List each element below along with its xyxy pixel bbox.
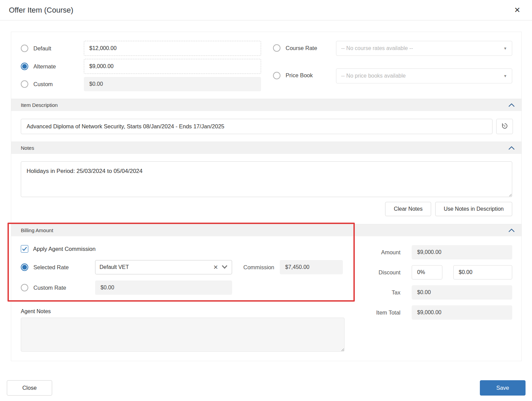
radio-custom-rate-label: Custom Rate [33, 285, 66, 291]
selected-rate-select[interactable]: Default VET ✕ [95, 260, 232, 274]
radio-custom-label: Custom [33, 81, 53, 87]
offer-item-panel: Default Alternate Custom Course Rate -- … [11, 32, 522, 361]
chevron-down-icon: ▼ [503, 46, 507, 50]
notes-header: Notes [11, 142, 521, 154]
clear-selection-icon[interactable]: ✕ [213, 264, 218, 271]
amount-input [412, 245, 512, 259]
radio-custom-rate-icon[interactable] [21, 284, 28, 291]
course-rate-select[interactable]: -- No course rates available -- ▼ [336, 41, 512, 56]
totals-column: Amount Discount Tax Item Total [355, 236, 521, 361]
billing-left-column: Apply Agent Commission Selected Rate Def… [11, 236, 355, 361]
pricing-section: Default Alternate Custom Course Rate -- … [11, 32, 521, 99]
selected-rate-value: Default VET [100, 264, 129, 270]
notes-buttons: Clear Notes Use Notes in Description [21, 202, 512, 216]
chevron-down-icon: ▼ [503, 74, 507, 78]
commission-label: Commission [243, 264, 274, 271]
page-title: Offer Item (Course) [9, 6, 73, 15]
discount-percent-input[interactable] [412, 265, 442, 279]
radio-selected-rate[interactable]: Selected Rate [21, 263, 95, 271]
dialog-header: Offer Item (Course) ✕ [0, 0, 532, 20]
dialog-footer: Close Save [0, 361, 532, 396]
item-total-label: Item Total [355, 309, 412, 316]
clear-notes-button[interactable]: Clear Notes [385, 202, 431, 216]
billing-amount-header: Billing Amount [11, 224, 521, 236]
alternate-price-input[interactable] [84, 59, 261, 74]
notes-textarea[interactable]: Holidays in Period: 25/03/2024 to 05/04/… [21, 161, 512, 197]
radio-course-rate-label: Course Rate [286, 45, 317, 51]
radio-custom-icon[interactable] [21, 80, 28, 88]
collapse-chevron-icon[interactable] [508, 103, 515, 107]
item-description-title: Item Description [21, 102, 58, 108]
tax-input [412, 285, 512, 300]
radio-alternate-icon[interactable] [21, 63, 28, 70]
commission-input [280, 260, 343, 274]
price-options: Default Alternate Custom [21, 41, 261, 91]
billing-amount-title: Billing Amount [21, 227, 53, 233]
radio-default[interactable]: Default [21, 45, 84, 52]
radio-price-book-label: Price Book [286, 72, 313, 79]
custom-rate-input [95, 280, 232, 295]
radio-custom-rate[interactable]: Custom Rate [21, 284, 95, 291]
rate-grid: Selected Rate Default VET ✕ Commission [21, 260, 355, 295]
default-price-input[interactable] [84, 41, 261, 56]
collapse-chevron-icon[interactable] [508, 146, 515, 150]
use-notes-in-description-button[interactable]: Use Notes in Description [435, 202, 512, 216]
tax-label: Tax [355, 289, 412, 296]
radio-selected-rate-label: Selected Rate [33, 264, 69, 271]
item-total-input [412, 305, 512, 320]
notes-body: Holidays in Period: 25/03/2024 to 05/04/… [11, 154, 521, 224]
agent-notes-section: Agent Notes [21, 308, 355, 353]
radio-custom[interactable]: Custom [21, 80, 84, 88]
radio-price-book[interactable]: Price Book [273, 72, 336, 79]
history-icon [501, 122, 508, 131]
check-icon [22, 247, 27, 251]
discount-amount-input[interactable] [453, 265, 512, 279]
agent-notes-textarea[interactable] [21, 318, 345, 352]
radio-course-rate[interactable]: Course Rate [273, 44, 336, 52]
item-description-body [11, 111, 521, 142]
amount-label: Amount [355, 249, 412, 256]
discount-cell [412, 265, 512, 279]
close-icon[interactable]: ✕ [512, 5, 522, 15]
radio-default-icon[interactable] [21, 45, 28, 52]
agent-notes-label: Agent Notes [21, 308, 355, 315]
apply-agent-commission-checkbox[interactable] [21, 245, 28, 253]
notes-title: Notes [21, 145, 34, 151]
apply-agent-commission-row[interactable]: Apply Agent Commission [21, 245, 355, 253]
course-rate-placeholder: -- No course rates available -- [341, 45, 413, 51]
save-button[interactable]: Save [480, 380, 526, 396]
billing-body: Apply Agent Commission Selected Rate Def… [11, 236, 521, 361]
collapse-chevron-icon[interactable] [508, 229, 515, 232]
radio-price-book-icon[interactable] [273, 72, 280, 79]
radio-alternate-label: Alternate [33, 63, 56, 70]
apply-agent-commission-label: Apply Agent Commission [33, 246, 95, 252]
close-button[interactable]: Close [7, 380, 52, 396]
radio-course-rate-icon[interactable] [273, 44, 280, 52]
radio-selected-rate-icon[interactable] [21, 263, 28, 271]
rate-book-options: Course Rate -- No course rates available… [273, 41, 521, 91]
restore-description-button[interactable] [496, 119, 513, 134]
radio-alternate[interactable]: Alternate [21, 63, 84, 70]
price-book-select[interactable]: -- No price books available ▼ [336, 68, 512, 83]
item-description-header: Item Description [11, 99, 521, 111]
item-description-input[interactable] [21, 119, 492, 134]
radio-default-label: Default [33, 45, 51, 52]
custom-price-input [84, 77, 261, 91]
discount-label: Discount [355, 269, 412, 276]
price-book-placeholder: -- No price books available [341, 73, 406, 79]
chevron-down-icon[interactable] [222, 264, 228, 270]
commission-group: Commission [232, 260, 355, 274]
